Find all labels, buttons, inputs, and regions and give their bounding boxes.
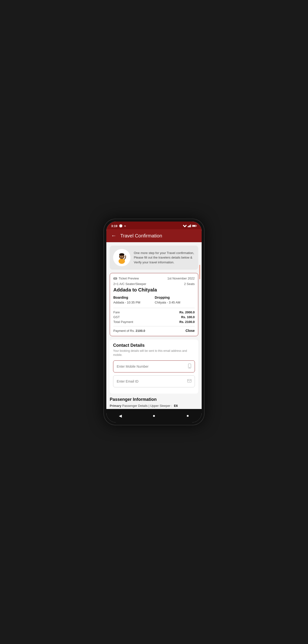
- mobile-input[interactable]: [113, 360, 195, 372]
- payment-amount: 2100.0: [136, 329, 145, 332]
- ticket-icon: [113, 277, 117, 280]
- passenger-title: Passenger Information: [110, 397, 198, 402]
- total-value: Rs. 2100.0: [179, 320, 195, 324]
- svg-rect-8: [192, 226, 195, 226]
- fare-value: Rs. 2000.0: [179, 310, 195, 314]
- main-content: One more step for your Travel confirmati…: [106, 242, 202, 409]
- status-bar: 3:19 ≈: [106, 222, 202, 229]
- signal-icon: [188, 224, 191, 227]
- scroll-indicator: [199, 265, 200, 279]
- svg-rect-7: [196, 226, 197, 226]
- svg-rect-5: [190, 224, 191, 227]
- contact-title: Contact Details: [113, 343, 195, 348]
- bottom-navigation: ◀ ● ■: [106, 409, 202, 422]
- svg-point-14: [121, 256, 121, 257]
- contact-details-section: Contact Details Your booking details wil…: [110, 340, 198, 394]
- wifi-icon: [183, 224, 187, 227]
- ticket-seats: 2 Seats: [184, 282, 195, 286]
- payment-summary: Payment of Rs. 2100.0: [113, 329, 145, 332]
- email-input-wrapper: [113, 375, 195, 387]
- svg-point-15: [122, 256, 123, 257]
- ticket-type: 2+1 A/C Seater/Sleeper: [113, 282, 146, 286]
- total-label: Total Payment: [113, 320, 133, 324]
- gst-row: GST Rs. 100.0: [113, 315, 195, 319]
- passenger-info-section: Passenger Information Primary Passenger …: [110, 397, 198, 409]
- nav-recent-button[interactable]: ■: [183, 412, 192, 420]
- ticket-preview-label: Ticket Preview: [119, 276, 139, 280]
- dropping-value: Chityala - 3:45 AM: [155, 300, 180, 304]
- route-title: Addada to Chityala: [113, 287, 195, 293]
- settings-icon: [119, 224, 123, 228]
- gst-label: GST: [113, 315, 120, 319]
- page-title: Travel Confirmation: [120, 233, 162, 238]
- ticket-card: Ticket Preview 1st November 2022 2+1 A/C…: [110, 273, 198, 336]
- svg-rect-20: [114, 278, 117, 279]
- svg-point-16: [125, 256, 126, 257]
- info-banner: One more step for your Travel confirmati…: [110, 246, 198, 270]
- primary-label: Primary: [110, 404, 121, 408]
- svg-rect-3: [189, 226, 189, 227]
- nav-back-button[interactable]: ◀: [116, 412, 125, 420]
- svg-point-22: [189, 367, 190, 368]
- total-payment-row: Total Payment Rs. 2100.0: [113, 320, 195, 324]
- activity-icon: ≈: [124, 224, 126, 228]
- mobile-input-wrapper: [113, 360, 195, 372]
- email-icon: [187, 379, 192, 384]
- svg-rect-23: [188, 379, 191, 382]
- svg-point-9: [119, 258, 125, 264]
- boarding-info: Boarding Addada - 10:35 PM: [113, 296, 140, 304]
- mobile-icon: [188, 364, 192, 369]
- boarding-label: Boarding: [113, 296, 140, 300]
- boarding-value: Addada - 10:35 PM: [113, 300, 140, 304]
- close-button[interactable]: Close: [186, 329, 195, 332]
- dropping-info: Dropping Chityala - 3:45 AM: [155, 296, 180, 304]
- svg-rect-4: [189, 225, 190, 227]
- dropping-label: Dropping: [155, 296, 180, 300]
- page-header: ← Travel Confirmation: [106, 229, 202, 242]
- passenger-details-text: Passenger Details | Upper Sleeper :: [122, 404, 172, 408]
- status-time: 3:19: [111, 224, 117, 228]
- battery-icon: [192, 224, 197, 227]
- back-button[interactable]: ←: [111, 232, 116, 239]
- nav-back-icon: ◀: [119, 414, 122, 418]
- nav-recent-icon: ■: [187, 414, 189, 418]
- email-input[interactable]: [113, 375, 195, 387]
- contact-subtitle: Your booking details will be sent to thi…: [113, 349, 195, 357]
- fare-row: Fare Rs. 2000.0: [113, 310, 195, 314]
- gst-value: Rs. 100.0: [181, 315, 195, 319]
- nav-home-icon: ●: [153, 413, 156, 418]
- seat-number: E6: [174, 404, 178, 408]
- fare-label: Fare: [113, 310, 120, 314]
- svg-point-18: [119, 254, 121, 256]
- svg-marker-1: [183, 225, 187, 227]
- nav-home-button[interactable]: ●: [150, 412, 158, 420]
- svg-point-19: [122, 254, 124, 256]
- info-text: One more step for your Travel confirmati…: [134, 251, 195, 265]
- avatar: [113, 249, 130, 266]
- passenger-label: Primary Passenger Details | Upper Sleepe…: [110, 404, 198, 408]
- ticket-date: 1st November 2022: [168, 276, 195, 280]
- svg-rect-2: [188, 226, 188, 227]
